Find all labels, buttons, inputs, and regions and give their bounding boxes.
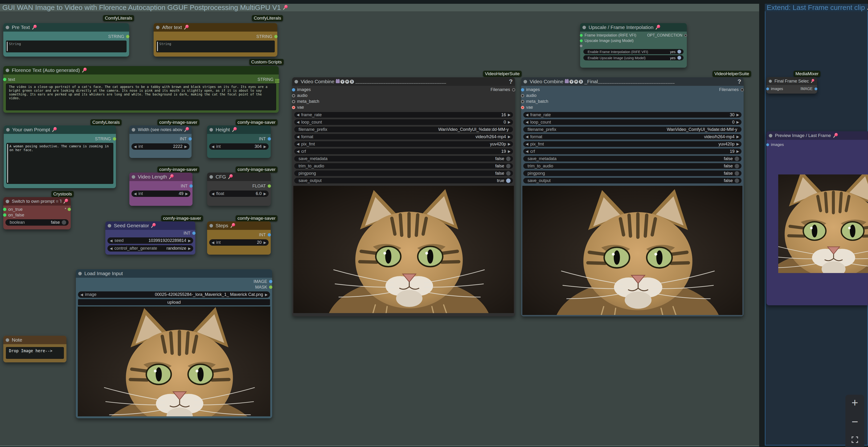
crf-stepper[interactable]: ◀crf19▶ — [523, 149, 742, 154]
toggle-knob[interactable] — [735, 178, 739, 183]
node-header[interactable]: Video Combine V H S _Final _____________… — [521, 77, 744, 86]
input-port-audio[interactable] — [292, 94, 295, 97]
node-header[interactable]: Load Image Input — [76, 269, 272, 278]
input-port-on-false[interactable] — [3, 213, 6, 217]
node-after-text[interactable]: After text STRING String — [154, 23, 277, 57]
crf-stepper[interactable]: ◀crf19▶ — [294, 149, 513, 154]
input-port-vae[interactable] — [521, 106, 524, 109]
output-port-image[interactable] — [269, 280, 272, 283]
pix-fmt-stepper[interactable]: ◀pix_fmtyuv420p▶ — [294, 141, 513, 147]
help-icon[interactable]: ? — [509, 78, 513, 85]
node-header[interactable]: Steps — [207, 221, 271, 230]
node-header[interactable]: CFG — [207, 173, 271, 181]
collapse-dot[interactable] — [6, 200, 9, 203]
node-florence-text[interactable]: Florence Text (Auto generated) text STRI… — [3, 66, 279, 113]
toggle-knob[interactable] — [735, 171, 739, 176]
zoom-in-button[interactable]: + — [851, 398, 858, 408]
node-width[interactable]: Width (see notes above) INT ◀ int 2222 ▶ — [129, 125, 191, 158]
control-after-generate-stepper[interactable]: ◀ control_after_generate randomize ▶ — [107, 245, 193, 251]
toggle-knob[interactable] — [506, 156, 510, 161]
collapse-dot[interactable] — [132, 128, 135, 131]
output-port-int[interactable] — [189, 184, 193, 188]
float-stepper[interactable]: ◀ float 6.0 ▶ — [209, 190, 269, 197]
input-port-text[interactable] — [3, 78, 6, 81]
video-preview[interactable] — [522, 186, 742, 315]
collapse-dot[interactable] — [6, 26, 9, 29]
node-header[interactable]: Video Combine V H S ____________________… — [292, 77, 515, 86]
output-port-string[interactable] — [113, 137, 116, 141]
collapse-dot[interactable] — [769, 80, 772, 83]
save-output-toggle[interactable]: save_outputfalse — [523, 178, 742, 183]
input-port-meta-batch[interactable] — [292, 100, 295, 103]
text-input[interactable]: String — [6, 40, 126, 52]
node-header[interactable]: Note — [3, 336, 66, 344]
node-steps[interactable]: Steps INT ◀ int 20 ▶ — [207, 221, 271, 255]
input-port-extra[interactable] — [580, 44, 583, 47]
trim-to-audio-toggle[interactable]: trim_to_audiofalse — [294, 163, 513, 169]
increment-arrow[interactable]: ▶ — [264, 240, 266, 245]
collapse-dot[interactable] — [108, 224, 111, 228]
input-port-upscale[interactable] — [580, 39, 583, 42]
frame-rate-stepper[interactable]: ◀frame_rate30▶ — [523, 112, 742, 118]
loop-count-stepper[interactable]: ◀loop_count0▶ — [523, 119, 742, 125]
node-header[interactable]: Video Length — [129, 173, 192, 181]
filename-prefix-field[interactable]: filename_prefixWanVideo_ComfyUI_%date:dd… — [294, 127, 513, 132]
output-port-int[interactable] — [188, 137, 192, 141]
node-header[interactable]: Height — [207, 125, 271, 134]
collapse-dot[interactable] — [6, 338, 9, 342]
node-final-frame-selector[interactable]: Final Frame Selector images IMAGE — [767, 77, 817, 94]
node-header[interactable]: Pre Text — [3, 23, 129, 32]
collapse-dot[interactable] — [156, 26, 159, 29]
toggle-knob[interactable] — [677, 50, 681, 54]
collapse-dot[interactable] — [524, 80, 527, 84]
collapse-dot[interactable] — [78, 272, 82, 275]
toggle-knob[interactable] — [506, 171, 510, 176]
node-header[interactable]: Switch to own prompt = TRUE — [3, 197, 71, 206]
output-port-opt-connection[interactable] — [684, 34, 687, 37]
image-file-selector[interactable]: ◀ image 00025-4206255284-_lora_Maverick_… — [78, 291, 270, 298]
node-height[interactable]: Height INT ◀ int 304 ▶ — [207, 125, 271, 158]
decrement-arrow[interactable]: ◀ — [212, 145, 214, 149]
enable-upscale-toggle[interactable]: Enable Upscale Image (using Model) yes — [583, 55, 683, 60]
increment-arrow[interactable]: ▶ — [264, 145, 266, 149]
node-header[interactable]: Final Frame Selector — [767, 77, 817, 85]
node-header[interactable]: Seed Generator — [105, 221, 195, 230]
input-port-rife[interactable] — [580, 34, 583, 37]
text-input[interactable]: String — [156, 40, 275, 52]
toggle-knob[interactable] — [735, 164, 739, 168]
pix-fmt-stepper[interactable]: ◀pix_fmtyuv420p▶ — [523, 141, 742, 147]
frame-rate-stepper[interactable]: ◀frame_rate16▶ — [294, 112, 513, 118]
main-group-header[interactable]: GUI WAN Image to Video with Florence Aut… — [0, 4, 759, 11]
int-stepper[interactable]: ◀ int 304 ▶ — [209, 143, 269, 150]
node-header[interactable]: Preview Image / Last Frame — [767, 131, 868, 140]
decrement-arrow[interactable]: ◀ — [134, 192, 137, 196]
output-port-filenames[interactable] — [741, 88, 744, 91]
output-port-int[interactable] — [192, 232, 195, 235]
decrement-arrow[interactable]: ◀ — [212, 192, 214, 196]
output-port-image[interactable] — [814, 87, 817, 90]
upload-button[interactable]: upload — [78, 299, 270, 305]
input-port-on-true[interactable] — [3, 208, 6, 211]
collapse-dot[interactable] — [769, 134, 772, 138]
int-stepper[interactable]: ◀ int 49 ▶ — [131, 190, 190, 197]
node-switch-to-own-prompt[interactable]: Switch to own prompt = TRUE on_true * on… — [3, 197, 71, 229]
output-port-int[interactable] — [268, 137, 271, 141]
node-video-length[interactable]: Video Length INT ◀ int 49 ▶ — [129, 173, 192, 206]
note-text-area[interactable]: Drop Image here--> — [6, 347, 64, 359]
trim-to-audio-toggle[interactable]: trim_to_audiofalse — [523, 163, 742, 169]
node-preview-image-last-frame[interactable]: Preview Image / Last Frame images — [767, 131, 868, 305]
node-video-combine-1[interactable]: Video Combine V H S ____________________… — [292, 77, 515, 317]
pingpong-toggle[interactable]: pingpongfalse — [523, 171, 742, 176]
zoom-out-button[interactable]: − — [851, 417, 858, 426]
node-video-combine-final[interactable]: Video Combine V H S _Final _____________… — [521, 77, 744, 317]
output-port-int[interactable] — [268, 233, 271, 236]
collapse-dot[interactable] — [210, 128, 213, 131]
decrement-arrow[interactable]: ◀ — [212, 240, 214, 245]
increment-arrow[interactable]: ▶ — [264, 192, 266, 196]
help-icon[interactable]: ? — [738, 78, 741, 85]
input-port-vae[interactable] — [292, 106, 295, 109]
toggle-knob[interactable] — [677, 56, 681, 60]
node-seed-generator[interactable]: Seed Generator INT ◀ seed 10399192022898… — [105, 221, 195, 255]
save-metadata-toggle[interactable]: save_metadatafalse — [523, 156, 742, 161]
input-port-audio[interactable] — [521, 94, 524, 97]
